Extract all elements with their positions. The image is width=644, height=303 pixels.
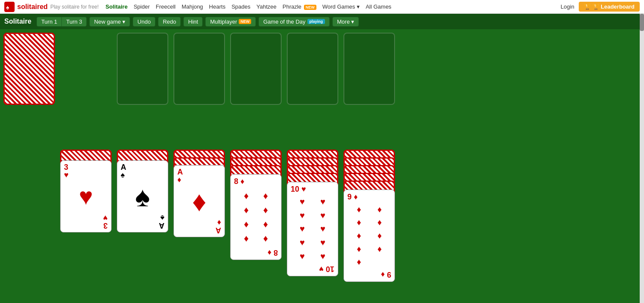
col5-pips: ♥ ♥ ♥ ♥ ♥ ♥ ♥ ♥ ♥ ♥ <box>291 194 334 264</box>
brand-tagline: Play solitaire for free! <box>50 4 99 10</box>
nav-all-games[interactable]: All Games <box>366 3 392 10</box>
more-button[interactable]: More ▾ <box>332 17 359 27</box>
col4-top: 8 ♦ <box>234 177 278 186</box>
col3-top: A♦ <box>177 168 221 184</box>
turn-buttons: Turn 1 Turn 3 <box>36 17 87 27</box>
login-button[interactable]: Login <box>561 3 574 10</box>
nav-yahtzee[interactable]: Yahtzee <box>256 3 276 10</box>
nav-mahjong[interactable]: Mahjong <box>182 3 203 10</box>
scrollbar-thumb[interactable] <box>640 14 644 31</box>
col2-center-icon: ♠ <box>121 179 164 214</box>
col6-face[interactable]: 9 ♦ ♦ ♦ ♦ ♦ ♦ ♦ ♦ ♦ ♦ 9 ♦ <box>343 190 395 282</box>
nav-word-games[interactable]: Word Games ▾ <box>322 3 360 10</box>
nav-right: Login 🏆 🏆 Leaderboard <box>561 2 640 12</box>
col1-face[interactable]: 3♥ ♥ 3♥ <box>60 160 112 233</box>
nav-hearts[interactable]: Hearts <box>209 3 225 10</box>
redo-button[interactable]: Redo <box>158 17 181 27</box>
undo-button[interactable]: Undo <box>133 17 155 27</box>
col1-center-icon: ♥ <box>64 179 108 214</box>
col2-bottom: A♠ <box>159 214 164 230</box>
stock-pile[interactable] <box>3 33 55 105</box>
col4-pips: ♦ ♦ ♦ ♦ ♦ ♦ ♦ ♦ <box>234 186 278 248</box>
col2-face[interactable]: A♠ ♠ A♠ <box>117 160 168 233</box>
col6-top: 9 ♦ <box>347 193 391 202</box>
col4-face[interactable]: 8 ♦ ♦ ♦ ♦ ♦ ♦ ♦ ♦ ♦ 8 ♦ <box>230 174 282 260</box>
game-title: Solitaire <box>4 18 31 25</box>
col5-bottom: 10 ♥ <box>319 264 334 273</box>
col5-top: 10 ♥ <box>291 185 334 194</box>
new-game-button[interactable]: New game ▾ <box>89 17 130 27</box>
top-nav: ♠ solitaired Play solitaire for free! So… <box>0 0 644 14</box>
leaderboard-button[interactable]: 🏆 🏆 Leaderboard <box>579 2 640 12</box>
multiplayer-badge: NEW <box>239 19 251 24</box>
game-area: 5♣ ♣ 5♣ 3♥ ♥ 3♥ A♠ ♠ A♠ A♦ ♦ A♦ 8 ♦ ♦ ♦ … <box>0 29 644 303</box>
col6-bottom: 9 ♦ <box>381 270 391 279</box>
turn1-button[interactable]: Turn 1 <box>36 17 61 27</box>
scrollbar[interactable] <box>640 14 644 303</box>
col3-center-icon: ♦ <box>177 184 221 219</box>
nav-solitaire[interactable]: Solitaire <box>106 3 128 10</box>
foundation-5[interactable] <box>343 33 395 105</box>
gotd-button[interactable]: Game of the Day playing <box>258 17 330 27</box>
hint-button[interactable]: Hint <box>183 17 203 27</box>
brand-name: solitaired <box>17 3 48 11</box>
nav-spades[interactable]: Spades <box>231 3 250 10</box>
col2-top: A♠ <box>121 163 164 179</box>
nav-phrazle[interactable]: Phrazle NEW <box>283 3 316 10</box>
multiplayer-button[interactable]: Multiplayer NEW <box>205 17 256 27</box>
brand: ♠ solitaired Play solitaire for free! <box>4 2 99 12</box>
foundation-4[interactable] <box>287 33 338 105</box>
brand-logo-icon: ♠ <box>4 2 15 12</box>
playing-badge: playing <box>307 19 325 24</box>
col1-top: 3♥ <box>64 163 108 179</box>
foundation-2[interactable] <box>173 33 225 105</box>
col1-bottom: 3♥ <box>103 214 108 230</box>
col3-face[interactable]: A♦ ♦ A♦ <box>173 165 225 237</box>
nav-spider[interactable]: Spider <box>134 3 150 10</box>
foundation-1[interactable] <box>117 33 168 105</box>
game-toolbar: Solitaire Turn 1 Turn 3 New game ▾ Undo … <box>0 14 644 29</box>
col4-bottom: 8 ♦ <box>267 248 278 257</box>
turn3-button[interactable]: Turn 3 <box>61 17 87 27</box>
nav-freecell[interactable]: Freecell <box>156 3 176 10</box>
col3-bottom: A♦ <box>216 219 221 234</box>
phrazle-badge: NEW <box>304 5 316 10</box>
col5-face[interactable]: 10 ♥ ♥ ♥ ♥ ♥ ♥ ♥ ♥ ♥ ♥ ♥ 10 ♥ <box>287 182 338 276</box>
svg-text:♠: ♠ <box>6 4 9 11</box>
foundation-3[interactable] <box>230 33 282 105</box>
col6-pips: ♦ ♦ ♦ ♦ ♦ ♦ ♦ ♦ ♦ <box>347 202 391 270</box>
nav-links: Solitaire Spider Freecell Mahjong Hearts… <box>106 3 561 10</box>
